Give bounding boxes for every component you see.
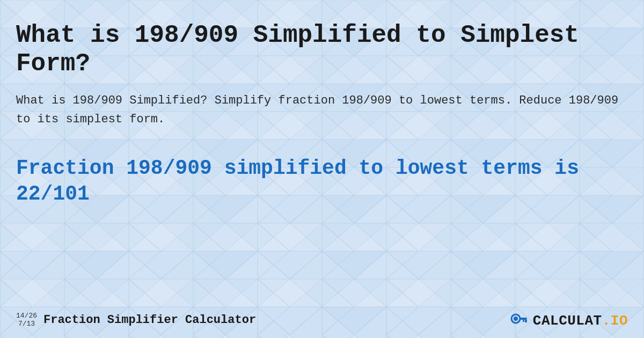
page-description: What is 198/909 Simplified? Simplify fra… — [16, 91, 628, 129]
page-title: What is 198/909 Simplified to Simplest F… — [16, 21, 628, 78]
main-content: What is 198/909 Simplified to Simplest F… — [0, 0, 644, 338]
result-section: Fraction 198/909 simplified to lowest te… — [16, 156, 628, 207]
result-label: Fraction 198/909 simplified to lowest te… — [16, 156, 628, 207]
